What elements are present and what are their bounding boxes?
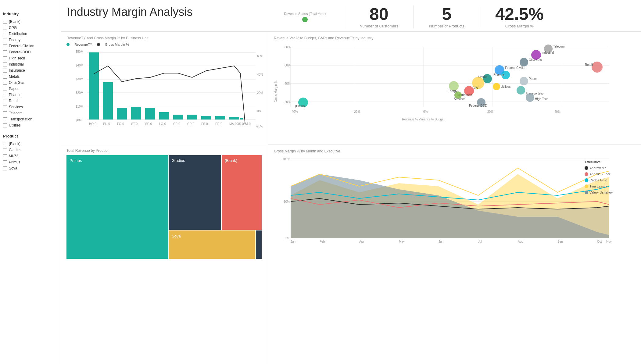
checkbox[interactable] [3,154,7,158]
sidebar-item-telecom[interactable]: Telecom [3,110,58,116]
checkbox[interactable] [3,160,7,164]
bubble-transportation[interactable] [517,86,525,95]
product-item-primus[interactable]: Primus [3,159,58,165]
checkbox[interactable] [3,20,7,24]
product-item-gladius[interactable]: Gladius [3,147,58,153]
svg-text:40%: 40% [285,82,291,85]
svg-text:Paper: Paper [529,77,537,80]
bar-PU-0[interactable] [103,82,113,120]
bar-FO-0[interactable] [117,108,127,120]
checkbox[interactable] [3,26,7,30]
bubble-paper[interactable] [520,77,528,85]
bubble-utilities[interactable] [493,83,500,90]
sidebar-item-oil&gas[interactable]: Oil & Gas [3,80,58,86]
svg-text:SE-0: SE-0 [145,122,152,126]
product-item-sova[interactable]: Sova [3,165,58,171]
svg-text:-20%: -20% [256,125,263,128]
header: Industry Margin Analysis Revenue Status … [61,0,641,32]
checkbox[interactable] [3,69,7,73]
sidebar-item-(blank)[interactable]: (Blank) [3,19,58,25]
sidebar-item-metals[interactable]: Metals [3,73,58,80]
bar-SM-0[interactable] [240,118,243,120]
svg-text:HO-0: HO-0 [89,122,96,126]
area-chart-panel: Gross Margin % by Month and Executive 10… [268,145,641,364]
bar-CR-0[interactable] [187,115,197,120]
svg-text:PU-0: PU-0 [103,122,110,126]
treemap-blank[interactable] [222,155,262,230]
bar-FS-0[interactable] [201,116,211,120]
checkbox[interactable] [3,93,7,97]
sidebar-item-retail[interactable]: Retail [3,98,58,104]
treemap-container: Primus Gladius (Blank) Sova [66,155,263,259]
svg-text:FO-0: FO-0 [117,122,124,126]
sidebar-item-federal-civilian[interactable]: Federal-Civilian [3,43,58,49]
checkbox[interactable] [3,81,7,85]
product-item-mi-72[interactable]: MI-72 [3,153,58,159]
treemap-gladius[interactable] [169,155,221,230]
sidebar-item-paper[interactable]: Paper [3,86,58,92]
sidebar-item-services[interactable]: Services [3,104,58,110]
sidebar-item-cpg[interactable]: CPG [3,25,58,31]
bar-ER-0[interactable] [215,116,225,120]
svg-text:0%: 0% [257,109,262,113]
checkbox[interactable] [3,123,7,127]
svg-text:Feb: Feb [320,240,325,243]
bubble-oilgas[interactable] [520,58,528,66]
sidebar-item-federal-dod[interactable]: Federal-DOD [3,49,58,55]
checkbox[interactable] [3,44,7,48]
checkbox[interactable] [3,50,7,54]
checkbox[interactable] [3,142,7,146]
kpi-value-1: 5 [442,5,452,23]
sidebar-item-hightech[interactable]: High Tech [3,55,58,61]
kpi-label-1: Number of Products [429,24,464,28]
checkbox[interactable] [3,87,7,91]
treemap-sova-label: Sova [172,234,181,238]
sidebar-item-transportation[interactable]: Transportation [3,116,58,122]
checkbox[interactable] [3,56,7,60]
sidebar-item-distribution[interactable]: Distribution [3,31,58,37]
checkbox[interactable] [3,166,7,170]
svg-text:60%: 60% [257,55,263,58]
checkbox[interactable] [3,99,7,103]
sidebar-item-insurance[interactable]: Insurance [3,67,58,73]
treemap-gladius-label: Gladius [172,158,185,163]
treemap-sova[interactable] [169,230,255,259]
svg-text:ST-0: ST-0 [131,122,138,126]
product-item-(blank)[interactable]: (Blank) [3,141,58,147]
product-filter-title: Product [3,134,58,138]
bar-HO-0[interactable] [89,52,99,120]
legend-andrew-dot [585,166,588,170]
checkbox[interactable] [3,38,7,42]
treemap-mi72[interactable] [256,230,262,259]
bubble-hightech[interactable] [526,93,534,102]
area-chart-container: 100% 50% 0% [274,156,636,247]
bar-LO-0[interactable] [159,112,169,120]
gm-line [94,66,245,124]
checkbox[interactable] [3,32,7,36]
bar-CP-0[interactable] [173,115,183,120]
checkbox[interactable] [3,148,7,152]
legend-annelie-dot [585,172,588,176]
checkbox[interactable] [3,62,7,66]
checkbox[interactable] [3,117,7,121]
sidebar-item-industrial[interactable]: Industrial [3,61,58,67]
bar-OS-0[interactable] [234,117,237,120]
treemap-primus[interactable] [66,155,168,259]
legend-carlos-label: Carlos Grilo [589,178,607,182]
legend-revenue-label: RevenueTY [74,43,92,46]
sidebar-item-pharma[interactable]: Pharma [3,92,58,98]
bubble-retail[interactable] [592,62,603,73]
sidebar-item-energy[interactable]: Energy [3,37,58,43]
kpi-block-1: 5Number of Products [414,5,480,28]
svg-text:0%: 0% [285,237,289,240]
scatter-panel: Revenue Var % to Budget, GM% and Revenue… [268,32,641,145]
bar-ST-0[interactable] [131,107,141,120]
sidebar-item-utilities[interactable]: Utilities [3,122,58,128]
checkbox[interactable] [3,111,7,115]
legend-gm-label: Gross Margin % [105,43,129,46]
checkbox[interactable] [3,75,7,79]
bar-SE-0[interactable] [145,108,155,120]
sidebar: Industry (Blank)CPGDistributionEnergyFed… [0,0,61,364]
checkbox[interactable] [3,105,7,109]
revenue-status-dot [302,17,308,22]
